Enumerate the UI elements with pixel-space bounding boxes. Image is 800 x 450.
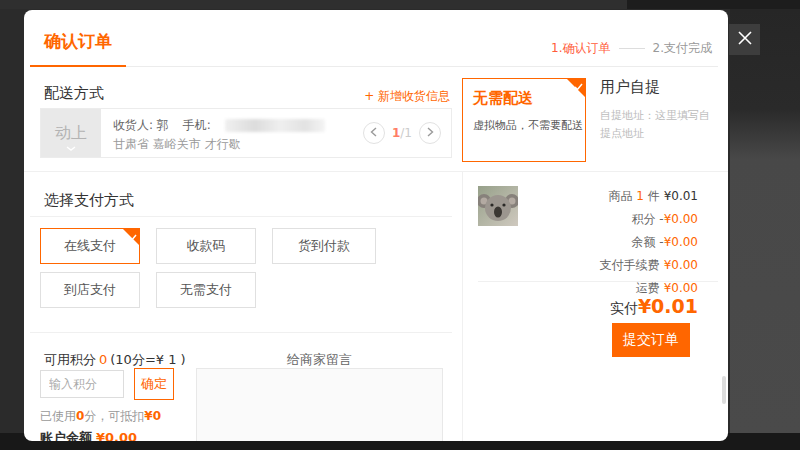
address-region: 甘肃省 嘉峪关市 才行歇 bbox=[113, 136, 363, 152]
dimmed-page-top-right bbox=[627, 0, 800, 9]
summary-row-product: 商品 1 件 ¥0.01 bbox=[609, 188, 698, 205]
shipping-option-desc: 虚拟物品，不需要配送 bbox=[473, 118, 575, 133]
address-card[interactable]: 动上 收货人: 郭 手机: 甘肃省 嘉峪关市 才行歇 1/1 bbox=[40, 108, 452, 158]
row-value: ¥0.00 bbox=[664, 212, 698, 226]
column-divider bbox=[462, 171, 463, 441]
balance-value: ¥0.00 bbox=[96, 430, 137, 441]
total-line: 实付 ¥0.01 bbox=[610, 295, 698, 318]
account-balance-line: 账户余额¥0.00 bbox=[40, 429, 137, 441]
step-payment-complete: 2.支付完成 bbox=[653, 40, 712, 57]
close-button[interactable] bbox=[729, 24, 760, 55]
submit-order-button[interactable]: 提交订单 bbox=[612, 323, 690, 357]
merchant-message-textarea[interactable] bbox=[196, 368, 443, 441]
phone-label: 手机: bbox=[183, 117, 211, 133]
product-unit: 件 bbox=[648, 189, 660, 203]
dimmed-page-right bbox=[730, 9, 800, 433]
row-label: 运费 bbox=[636, 281, 660, 295]
points-label: 可用积分 bbox=[44, 352, 96, 367]
points-used-line: 已使用0分，可抵扣¥0 bbox=[40, 408, 161, 425]
row-value: ¥0.00 bbox=[664, 258, 698, 272]
payment-section-title: 选择支付方式 bbox=[44, 191, 134, 210]
payment-method-label: 收款码 bbox=[187, 237, 226, 255]
chevron-right-icon bbox=[427, 126, 434, 140]
payment-method-qrcode[interactable]: 收款码 bbox=[156, 228, 256, 264]
summary-row: 余额 -¥0.00 bbox=[631, 234, 698, 251]
step-confirm-order: 1.确认订单 bbox=[551, 40, 610, 57]
shipping-option-title: 用户自提 bbox=[600, 78, 716, 97]
dialog-title: 确认订单 bbox=[44, 30, 112, 53]
scrollbar-thumb[interactable] bbox=[722, 376, 726, 404]
pager-total: /1 bbox=[400, 126, 412, 140]
payment-method-label: 到店支付 bbox=[64, 281, 116, 299]
row-value: ¥0.00 bbox=[664, 235, 698, 249]
payment-method-cod[interactable]: 货到付款 bbox=[272, 228, 376, 264]
confirm-order-dialog: 确认订单 1.确认订单 2.支付完成 配送方式 + 新增收货信息 动上 收货人:… bbox=[24, 10, 728, 441]
delivery-section-title: 配送方式 bbox=[44, 84, 104, 103]
shipping-option-title: 无需配送 bbox=[473, 89, 575, 108]
total-label: 实付 bbox=[610, 300, 638, 318]
shipping-option-no-delivery[interactable]: 无需配送 虚拟物品，不需要配送 bbox=[462, 78, 586, 162]
merchant-message-label: 给商家留言 bbox=[196, 351, 443, 369]
phone-number-redacted bbox=[225, 119, 325, 132]
address-tag-selector[interactable]: 动上 bbox=[41, 109, 101, 157]
row-value: ¥0.00 bbox=[664, 281, 698, 295]
prev-address-button[interactable] bbox=[363, 122, 385, 144]
points-confirm-button[interactable]: 确定 bbox=[134, 368, 174, 400]
payment-method-instore[interactable]: 到店支付 bbox=[40, 272, 140, 308]
points-divider bbox=[30, 332, 452, 333]
step-separator bbox=[619, 48, 645, 49]
pager-count: 1/1 bbox=[392, 126, 412, 140]
header-divider bbox=[30, 66, 718, 67]
close-icon bbox=[737, 30, 753, 49]
chevron-left-icon bbox=[370, 126, 377, 140]
shipping-option-desc: 自提地址：这里填写自提点地址 bbox=[600, 107, 716, 142]
chevron-down-icon bbox=[66, 136, 76, 155]
check-icon bbox=[128, 230, 137, 245]
address-pager: 1/1 bbox=[363, 109, 451, 157]
payment-method-label: 货到付款 bbox=[298, 237, 350, 255]
payment-method-label: 在线支付 bbox=[64, 237, 116, 255]
points-available: 0 bbox=[99, 352, 107, 367]
header-divider-accent bbox=[30, 65, 126, 67]
available-points-line: 可用积分0(10分=¥ 1 ) bbox=[44, 351, 186, 369]
summary-divider bbox=[478, 281, 718, 282]
receiver-name: 收货人: 郭 bbox=[113, 117, 169, 133]
payment-method-label: 无需支付 bbox=[180, 281, 232, 299]
product-label: 商品 bbox=[609, 189, 633, 203]
shipping-option-pickup[interactable]: 用户自提 自提地址：这里填写自提点地址 bbox=[600, 78, 716, 142]
product-thumbnail bbox=[478, 186, 518, 226]
row-label: 余额 - bbox=[631, 235, 663, 249]
payment-divider bbox=[30, 216, 452, 217]
payment-method-none[interactable]: 无需支付 bbox=[156, 272, 256, 308]
points-input[interactable] bbox=[40, 370, 124, 398]
points-rate: (10分=¥ 1 ) bbox=[110, 352, 185, 367]
product-qty: 1 bbox=[636, 189, 644, 203]
used-deduct: ¥0 bbox=[144, 409, 161, 423]
add-address-link[interactable]: + 新增收货信息 bbox=[364, 88, 450, 105]
balance-label: 账户余额 bbox=[40, 430, 92, 441]
row-label: 支付手续费 bbox=[600, 258, 660, 272]
row-label: 积分 - bbox=[631, 212, 663, 226]
checkout-steps: 1.确认订单 2.支付完成 bbox=[551, 40, 712, 57]
next-address-button[interactable] bbox=[419, 122, 441, 144]
used-mid: 分，可抵扣 bbox=[84, 409, 144, 423]
used-prefix: 已使用 bbox=[40, 409, 76, 423]
check-icon bbox=[574, 80, 583, 94]
payment-method-online[interactable]: 在线支付 bbox=[40, 228, 140, 264]
product-value: ¥0.01 bbox=[664, 189, 698, 203]
section-divider bbox=[24, 171, 728, 172]
summary-row: 支付手续费 ¥0.00 bbox=[600, 257, 698, 274]
summary-row: 积分 -¥0.00 bbox=[631, 211, 698, 228]
address-info: 收货人: 郭 手机: 甘肃省 嘉峪关市 才行歇 bbox=[101, 109, 363, 157]
total-value: ¥0.01 bbox=[638, 295, 698, 317]
